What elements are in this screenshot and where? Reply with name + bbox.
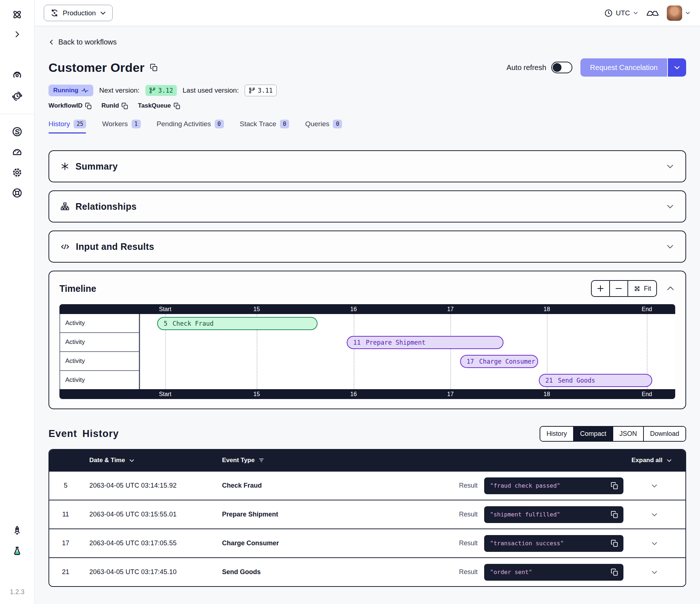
bar-label: Send Goods	[558, 377, 595, 384]
tab-count-badge: 0	[215, 120, 224, 128]
timeline-axis-label: 16	[350, 389, 357, 399]
timeline-axis-label: 15	[253, 304, 260, 314]
topbar-right: UTC	[604, 5, 691, 21]
tab-pending-activities[interactable]: Pending Activities 0	[157, 120, 224, 133]
status-row: Running Next version: 3.12 Last used ver…	[48, 85, 686, 96]
relationships-section-header[interactable]: Relationships	[49, 191, 685, 222]
whats-new-rocket-icon[interactable]	[10, 523, 24, 538]
app-logo-icon[interactable]	[10, 7, 24, 22]
chevron-down-icon	[633, 10, 638, 16]
download-button[interactable]: Download	[644, 427, 685, 441]
section-title: Input and Results	[76, 241, 660, 252]
event-row[interactable]: 17 2063-04-05 UTC 03:17:05.55 Charge Con…	[49, 528, 685, 557]
zoom-fit-button[interactable]: Fit	[628, 281, 656, 296]
tab-workers[interactable]: Workers 1	[102, 120, 140, 133]
app-root: 1.2.3 Production UTC	[0, 0, 700, 604]
copy-icon[interactable]	[611, 511, 618, 518]
last-used-version-value: 3.11	[258, 87, 273, 94]
copy-icon[interactable]	[611, 482, 618, 489]
input-results-section: Input and Results	[48, 231, 686, 263]
task-queue-copy[interactable]: TaskQueue	[138, 102, 180, 109]
toggle-knob	[553, 63, 561, 72]
workflows-icon[interactable]	[10, 68, 24, 82]
row-expand-chevron[interactable]	[623, 569, 685, 576]
support-lifering-icon[interactable]	[10, 186, 24, 200]
timeline-bar-prepare-shipment[interactable]: 11 Prepare Shipment	[347, 336, 503, 349]
chevron-down-icon	[651, 511, 658, 518]
copy-icon[interactable]	[611, 539, 618, 547]
row-expand-chevron[interactable]	[623, 540, 685, 547]
asterisk-icon	[60, 162, 70, 171]
row-expand-chevron[interactable]	[623, 482, 685, 489]
timeline-row-label: Activity	[60, 352, 139, 371]
auto-refresh-label: Auto refresh	[506, 63, 546, 72]
copy-icon[interactable]	[611, 568, 618, 576]
bar-label: Check Fraud	[172, 320, 214, 327]
timeline-axis-label: Start	[159, 389, 171, 399]
auto-refresh-control: Auto refresh	[506, 62, 572, 73]
tab-label: Workers	[102, 120, 128, 128]
user-avatar	[667, 5, 682, 21]
expand-all-button[interactable]: Expand all	[631, 457, 685, 464]
timezone-selector[interactable]: UTC	[604, 9, 638, 18]
user-menu[interactable]	[667, 5, 691, 21]
timeline-bar-charge-consumer[interactable]: 17 Charge Consumer	[460, 355, 538, 368]
timeline-bar-check-fraud[interactable]: 5 Check Fraud	[157, 317, 318, 330]
summary-section: Summary	[48, 150, 686, 182]
cancelation-options-caret[interactable]	[667, 58, 686, 77]
run-id-copy[interactable]: RunId	[101, 102, 128, 109]
timeline-bar-send-goods[interactable]: 21 Send Goods	[539, 374, 652, 387]
tab-history[interactable]: History 25	[48, 120, 86, 133]
event-row[interactable]: 21 2063-04-05 UTC 03:17:45.10 Send Goods…	[49, 557, 685, 586]
view-json-button[interactable]: JSON	[613, 427, 644, 441]
tab-queries[interactable]: Queries 0	[305, 120, 342, 133]
copy-title-icon[interactable]	[150, 63, 158, 71]
date-time-column-header[interactable]: Date & Time	[82, 457, 218, 464]
request-cancelation-split-button: Request Cancelation	[580, 58, 686, 77]
bar-event-id: 5	[164, 320, 167, 327]
namespace-selector[interactable]: Production	[44, 5, 113, 21]
zoom-in-button[interactable]	[592, 281, 610, 296]
view-history-button[interactable]: History	[540, 427, 574, 441]
input-results-section-header[interactable]: Input and Results	[49, 231, 685, 262]
tab-label: Pending Activities	[157, 120, 211, 128]
date-time-label: Date & Time	[89, 457, 125, 464]
expand-all-label: Expand all	[631, 457, 662, 464]
result-value-pill[interactable]: "order sent"	[484, 564, 623, 581]
sitemap-icon	[60, 202, 70, 211]
view-compact-button[interactable]: Compact	[574, 427, 613, 441]
labs-glasses-icon[interactable]	[646, 8, 659, 18]
schedules-icon[interactable]	[10, 89, 24, 104]
summary-section-header[interactable]: Summary	[49, 151, 685, 182]
result-value-pill[interactable]: "transaction success"	[484, 535, 623, 552]
timeline-section: Timeline	[48, 271, 686, 409]
workflow-id-copy[interactable]: WorkflowID	[48, 102, 92, 109]
tab-stack-trace[interactable]: Stack Trace 0	[240, 120, 289, 133]
timeline-axis-label: 15	[253, 389, 260, 399]
tab-count-badge: 1	[132, 120, 141, 128]
sidebar-expand-icon[interactable]	[10, 27, 24, 42]
result-value-pill[interactable]: "shipment fulfilled"	[484, 506, 623, 523]
chevron-down-icon	[666, 202, 674, 211]
request-cancelation-button[interactable]: Request Cancelation	[580, 58, 667, 77]
fit-label: Fit	[644, 285, 651, 293]
namespace-cycle-icon	[50, 8, 59, 18]
event-type-column-header[interactable]: Event Type	[218, 457, 631, 464]
event-row[interactable]: 11 2063-04-05 UTC 03:15:55.01 Prepare Sh…	[49, 500, 685, 528]
event-row[interactable]: 5 2063-04-05 UTC 03:14:15.92 Check Fraud…	[49, 471, 685, 500]
last-used-version-badge: 3.11	[245, 85, 277, 96]
event-type: Send Goods	[218, 568, 448, 576]
timeline-zoom-controls: Fit	[591, 280, 657, 297]
result-value-pill[interactable]: "fraud check passed"	[484, 477, 623, 494]
page-content: Back to workflows Customer Order Auto re…	[35, 26, 700, 604]
chevron-up-icon[interactable]	[666, 284, 675, 293]
auto-refresh-toggle[interactable]	[551, 62, 572, 73]
usage-gauge-icon[interactable]	[10, 145, 24, 159]
row-expand-chevron[interactable]	[623, 511, 685, 518]
labs-flask-icon[interactable]	[10, 544, 24, 558]
zoom-out-button[interactable]	[610, 281, 628, 296]
back-to-workflows-link[interactable]: Back to workflows	[48, 38, 117, 46]
namespace-icon[interactable]	[10, 124, 24, 139]
next-version-badge: 3.12	[145, 85, 177, 96]
settings-gear-icon[interactable]	[10, 165, 24, 180]
